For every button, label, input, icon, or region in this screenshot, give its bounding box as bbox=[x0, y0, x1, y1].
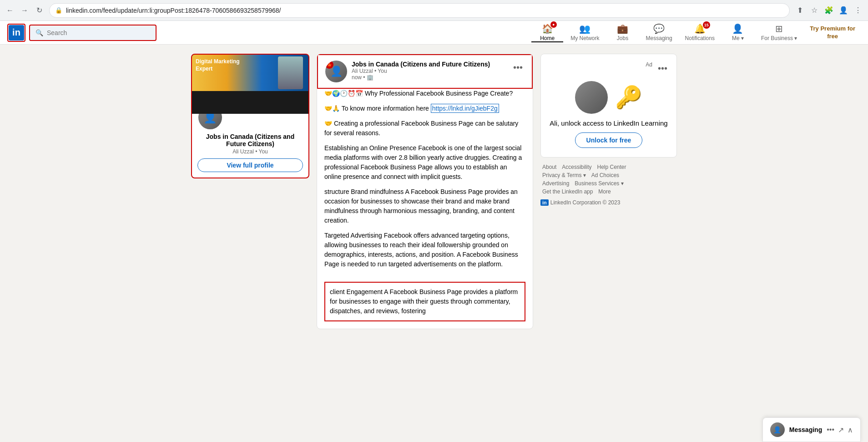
nav-item-notifications[interactable]: 🔔 15 Notifications bbox=[680, 23, 720, 42]
footer-links: About Accessibility Help Center Privacy … bbox=[540, 163, 677, 206]
footer-link-about[interactable]: About bbox=[542, 164, 556, 170]
ad-content: 🔑 Ali, unlock access to LinkedIn Learnin… bbox=[548, 81, 669, 150]
right-sidebar: Ad ••• 🔑 Ali, unlock access to LinkedIn … bbox=[540, 54, 677, 329]
profile-button[interactable]: 👤 bbox=[837, 4, 850, 17]
main-nav: 🏠 ● Home 👥 My Network 💼 Jobs 💬 Messaging… bbox=[531, 23, 861, 42]
footer-link-business-services[interactable]: Business Services ▾ bbox=[575, 180, 623, 187]
footer-link-accessibility[interactable]: Accessibility bbox=[562, 164, 591, 170]
post-paragraph-3: 🤝 Creating a professional Facebook Busin… bbox=[324, 119, 525, 138]
profile-group-name: Jobs in Canada (Citizens and Future Citi… bbox=[197, 133, 303, 147]
url-text: linkedin.com/feed/update/urn:li:groupPos… bbox=[66, 7, 784, 14]
profile-card: Digital MarketingExpert 👤 Jobs in Canada… bbox=[191, 54, 309, 178]
bookmark-button[interactable]: ☆ bbox=[808, 4, 821, 17]
left-sidebar: Digital MarketingExpert 👤 Jobs in Canada… bbox=[191, 54, 309, 329]
nav-item-my-network[interactable]: 👥 My Network bbox=[565, 23, 605, 42]
nav-label-messaging: Messaging bbox=[646, 35, 672, 41]
reload-button[interactable]: ↻ bbox=[33, 4, 45, 17]
card-bg-title: Digital MarketingExpert bbox=[196, 58, 240, 72]
linkedin-header: in 🔍 🏠 ● Home 👥 My Network 💼 Jobs 💬 Mess… bbox=[0, 21, 868, 45]
key-icon: 🔑 bbox=[615, 85, 642, 110]
nav-item-jobs[interactable]: 💼 Jobs bbox=[607, 23, 639, 42]
profile-card-header-bg: Digital MarketingExpert bbox=[192, 55, 308, 114]
footer-link-more[interactable]: More bbox=[598, 188, 611, 195]
post-author-info: Jobs in Canada (Citizens and Future Citi… bbox=[352, 61, 507, 81]
nav-item-home[interactable]: 🏠 ● Home bbox=[531, 23, 563, 42]
me-icon: 👤 bbox=[732, 23, 743, 34]
jobs-icon: 💼 bbox=[617, 23, 628, 34]
back-button[interactable]: ← bbox=[4, 4, 16, 17]
logo-wrapper[interactable]: in bbox=[7, 24, 25, 42]
post-body: 🤝🌍🕐⏰📅 Why Professional Facebook Business… bbox=[317, 89, 533, 282]
post-author-sub: Ali Uzzal • You bbox=[352, 68, 507, 74]
profile-author: Ali Uzzal • You bbox=[197, 148, 303, 155]
address-bar[interactable]: 🔒 linkedin.com/feed/update/urn:li:groupP… bbox=[49, 3, 790, 18]
ad-card: Ad ••• 🔑 Ali, unlock access to LinkedIn … bbox=[540, 54, 677, 157]
footer-link-privacy[interactable]: Privacy & Terms ▾ bbox=[542, 172, 586, 178]
unlock-button[interactable]: Unlock for free bbox=[575, 132, 643, 148]
search-bar[interactable]: 🔍 bbox=[29, 25, 156, 41]
menu-button[interactable]: ⋮ bbox=[852, 4, 864, 17]
messaging-icon: 💬 bbox=[653, 23, 665, 34]
footer-link-advertising[interactable]: Advertising bbox=[542, 180, 569, 187]
post-group-name: Jobs in Canada (Citizens and Future Citi… bbox=[352, 61, 507, 68]
ad-label: Ad bbox=[646, 61, 652, 76]
notifications-icon: 🔔 15 bbox=[694, 23, 706, 34]
ad-menu-button[interactable]: ••• bbox=[656, 61, 669, 76]
engagement-box: client Engagement A Facebook Business Pa… bbox=[324, 282, 525, 321]
feed-area: 👤 🍁 Jobs in Canada (Citizens and Future … bbox=[317, 54, 533, 329]
notifications-badge: 15 bbox=[703, 21, 710, 29]
footer-link-help-center[interactable]: Help Center bbox=[597, 164, 626, 170]
post-paragraph-4: Establishing an Online Presence Facebook… bbox=[324, 143, 525, 182]
browser-chrome: ← → ↻ 🔒 linkedin.com/feed/update/urn:li:… bbox=[0, 0, 868, 21]
footer-link-get-app[interactable]: Get the LinkedIn app bbox=[542, 188, 593, 195]
canada-flag-icon: 🍁 bbox=[325, 61, 333, 69]
forward-button[interactable]: → bbox=[18, 4, 31, 17]
nav-label-me: Me ▾ bbox=[732, 35, 744, 41]
nav-item-for-business[interactable]: ⊞ For Business ▾ bbox=[756, 23, 802, 42]
search-input[interactable] bbox=[47, 29, 150, 36]
post-menu-button[interactable]: ••• bbox=[511, 61, 525, 75]
post-paragraph-5: structure Brand mindfulness A Facebook B… bbox=[324, 187, 525, 225]
post-link[interactable]: https://lnkd.in/gJiebF2g bbox=[431, 104, 499, 113]
ad-header: Ad ••• bbox=[548, 61, 669, 76]
my-network-icon: 👥 bbox=[579, 23, 590, 34]
ad-heading: Ali, unlock access to LinkedIn Learning bbox=[550, 119, 667, 127]
lock-icon: 🔒 bbox=[55, 7, 62, 14]
footer-copyright: LinkedIn Corporation © 2023 bbox=[550, 199, 621, 206]
search-icon: 🔍 bbox=[35, 29, 43, 36]
post-paragraph-2: 🤝🙏 To know more information here https:/… bbox=[324, 104, 525, 113]
ad-person-avatar bbox=[575, 81, 608, 114]
post-header: 👤 🍁 Jobs in Canada (Citizens and Future … bbox=[317, 54, 533, 89]
linkedin-logo: in bbox=[9, 25, 24, 41]
post-card: 👤 🍁 Jobs in Canada (Citizens and Future … bbox=[317, 54, 533, 329]
nav-label-home: Home bbox=[540, 35, 555, 41]
view-profile-button[interactable]: View full profile bbox=[197, 158, 303, 172]
footer-link-ad-choices[interactable]: Ad Choices bbox=[591, 172, 619, 178]
try-premium-link[interactable]: Try Premium for free bbox=[804, 23, 861, 42]
post-avatar: 👤 🍁 bbox=[325, 61, 347, 82]
nav-label-for-business: For Business ▾ bbox=[761, 35, 797, 41]
ad-images: 🔑 bbox=[575, 81, 642, 114]
home-icon: 🏠 ● bbox=[542, 23, 553, 34]
footer-brand: in LinkedIn Corporation © 2023 bbox=[540, 199, 677, 206]
post-paragraph-1: 🤝🌍🕐⏰📅 Why Professional Facebook Business… bbox=[324, 89, 525, 98]
main-layout: Digital MarketingExpert 👤 Jobs in Canada… bbox=[184, 45, 684, 338]
nav-item-messaging[interactable]: 💬 Messaging bbox=[641, 23, 678, 42]
share-button[interactable]: ⬆ bbox=[793, 4, 806, 17]
footer-logo: in bbox=[540, 199, 549, 206]
profile-card-content: 👤 Jobs in Canada (Citizens and Future Ci… bbox=[192, 105, 308, 178]
nav-item-me[interactable]: 👤 Me ▾ bbox=[722, 23, 754, 42]
profile-card-person-image bbox=[278, 56, 303, 89]
grid-icon: ⊞ bbox=[775, 23, 783, 34]
engagement-text: client Engagement A Facebook Business Pa… bbox=[330, 288, 518, 315]
nav-label-notifications: Notifications bbox=[685, 35, 715, 41]
nav-label-jobs: Jobs bbox=[617, 35, 628, 41]
post-time: now • 🏢 bbox=[352, 74, 507, 81]
post-paragraph-6: Targeted Advertising Facebook offers adv… bbox=[324, 231, 525, 269]
extensions-button[interactable]: 🧩 bbox=[823, 4, 835, 17]
nav-label-my-network: My Network bbox=[570, 35, 599, 41]
